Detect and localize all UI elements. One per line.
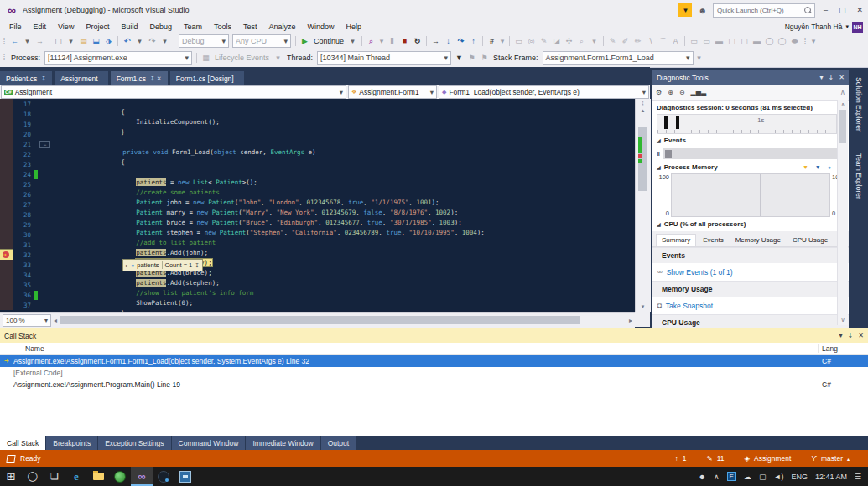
visual-studio-icon[interactable]: ∞ (138, 471, 145, 482)
tray-expand-icon[interactable]: ∧ (714, 473, 720, 481)
breakpoint-margin[interactable] (0, 129, 13, 139)
edge-icon[interactable]: e (74, 471, 79, 482)
pending-edits-count[interactable]: 11 (717, 454, 725, 463)
breakpoint-margin[interactable] (0, 250, 13, 260)
pending-edits-icon[interactable]: ✎ (707, 454, 713, 463)
zoom-out-icon[interactable]: ⊖ (679, 89, 685, 96)
menu-item[interactable]: Edit (28, 21, 53, 33)
start-button[interactable]: ⊞ (7, 471, 16, 482)
show-next-statement-icon[interactable]: → (430, 35, 441, 47)
side-tab[interactable]: Team Explorer (855, 147, 863, 206)
tab-pin-close-icons[interactable]: ↧ (41, 75, 46, 82)
scrollbar-thumb[interactable] (839, 110, 846, 143)
zoom-tool-icon[interactable]: ⌕ (576, 35, 587, 47)
breakpoint-margin[interactable] (0, 199, 13, 209)
attach-to-process-icon[interactable]: ⌕ (366, 35, 377, 47)
breakpoint-margin[interactable] (0, 300, 13, 310)
pin-icon[interactable]: ↧ (848, 332, 854, 339)
chart-icon[interactable]: ▂▅▃ (691, 89, 706, 96)
push-count[interactable]: 1 (683, 454, 687, 463)
rectangle-tool-icon[interactable]: ▭ (701, 35, 712, 47)
process-memory-section-header[interactable]: ◢ Process Memory ▼▼● (652, 161, 849, 173)
hscrollbar-thumb[interactable] (60, 316, 580, 324)
breakpoint-margin[interactable] (0, 139, 13, 149)
taskbar-slot[interactable]: ⊞ (0, 467, 22, 486)
toolbar-grip[interactable]: ⁞ (802, 35, 808, 47)
stop-debugging-icon[interactable]: ■ (399, 35, 410, 47)
editor-zoom-dropdown[interactable]: 100 % (3, 314, 51, 327)
navigate-back-icon[interactable]: ← (9, 35, 20, 47)
document-tab[interactable]: Form1.cs [Design] (170, 71, 244, 85)
filled-rounded-rectangle-tool-icon[interactable]: ▬ (751, 35, 762, 47)
pin-icon[interactable]: ↧ (829, 74, 834, 81)
step-out-icon[interactable]: ↑ (468, 35, 479, 47)
menu-item[interactable]: File (3, 21, 28, 33)
breakpoint-margin[interactable] (0, 230, 13, 240)
breakpoint-margin[interactable] (0, 119, 13, 129)
file-explorer-icon[interactable] (93, 473, 104, 480)
diagnostics-tab[interactable]: Events (698, 235, 728, 246)
task-view-icon[interactable]: ❏ (50, 472, 59, 481)
network-icon[interactable]: ▢ (759, 473, 767, 481)
green-app-icon[interactable] (114, 471, 126, 483)
toolbar-separator[interactable] (482, 36, 483, 46)
summary-row[interactable]: Events (652, 247, 849, 263)
tool-window-tab[interactable]: Output (321, 436, 356, 450)
expander-icon[interactable]: ▸ (126, 262, 128, 268)
menu-item[interactable]: Project (80, 21, 115, 33)
member-dropdown[interactable]: ◆ Form1_Load(object sender, EventArgs e) (439, 85, 649, 99)
cortana-icon[interactable]: ◯ (28, 472, 38, 481)
breakpoint-margin[interactable] (0, 240, 13, 250)
call-stack-frame-row[interactable]: [External Code] (0, 367, 868, 379)
navigate-forward-icon[interactable]: → (34, 35, 45, 47)
scroll-up-arrow[interactable]: ▴ (637, 107, 648, 114)
window-position-icon[interactable]: ▾ (820, 74, 824, 81)
call-stack-header[interactable]: Call Stack ▾↧✕ (0, 328, 868, 343)
user-account[interactable]: Nguyễn Thanh Hà ▾ NH (785, 22, 863, 33)
breakpoint-margin[interactable] (0, 260, 13, 270)
repository-icon[interactable]: ◈ (744, 454, 750, 463)
volume-icon[interactable]: ◄) (773, 473, 783, 481)
breakpoint-margin[interactable] (0, 159, 13, 169)
gear-icon[interactable]: ⚙ (656, 89, 662, 96)
toolbar-overflow-icon[interactable]: ▾ (499, 35, 506, 47)
breakpoint-margin[interactable] (0, 270, 13, 280)
flag-icon[interactable]: ⚑ (466, 52, 477, 64)
clock[interactable]: 12:41 AM (815, 473, 847, 481)
undo-dropdown-icon[interactable]: ▾ (134, 35, 145, 47)
line-tool-icon[interactable]: ∖ (645, 35, 656, 47)
diagnostics-tab[interactable]: CPU Usage (787, 235, 833, 246)
filter-threads-icon[interactable]: ▼ (454, 52, 465, 64)
diagnostics-tab[interactable]: Summary (656, 234, 696, 246)
breakpoint-margin[interactable] (0, 189, 13, 199)
open-file-icon[interactable]: ▤ (78, 35, 89, 47)
scroll-right-arrow[interactable]: ▸ (626, 317, 635, 324)
taskbar-slot[interactable] (153, 467, 174, 486)
taskbar-slot[interactable]: e (65, 467, 87, 486)
toolbar-more-icon[interactable]: ▾ (696, 52, 703, 64)
stack-frame-label[interactable]: Stack Frame: (491, 52, 540, 64)
pan-tool-icon[interactable]: ✣ (564, 35, 574, 47)
rectangle-tool-icon[interactable]: ▭ (689, 35, 699, 47)
new-file-icon[interactable]: ▢ (53, 35, 64, 47)
feedback-person-icon[interactable]: ☻ (698, 6, 707, 15)
name-column-header[interactable]: Name (0, 344, 818, 353)
people-icon[interactable]: ☻ (699, 473, 706, 481)
event-block[interactable] (665, 150, 672, 158)
process-label[interactable]: Process: (9, 52, 42, 64)
toolbar-separator[interactable] (684, 36, 685, 46)
memory-plot-area[interactable] (671, 173, 830, 217)
toolbar-separator[interactable] (426, 36, 427, 46)
scroll-down-arrow[interactable]: ▾ (637, 303, 648, 310)
breakpoint-margin[interactable] (0, 209, 13, 220)
diagnostics-scrollbar[interactable]: ∧ ∨ (837, 100, 848, 325)
eyedropper-icon[interactable]: ✎ (538, 35, 549, 47)
save-icon[interactable]: ⬓ (91, 35, 101, 47)
diagnostic-tools-header[interactable]: Diagnostic Tools ▾↧✕ (652, 70, 849, 85)
branch-icon[interactable]: Ƴ (811, 454, 817, 463)
airbrush-tool-icon[interactable]: ✏ (632, 35, 643, 47)
events-track[interactable] (663, 148, 837, 159)
quick-launch-input[interactable]: Quick Launch (Ctrl+Q) (713, 3, 815, 18)
restore-button[interactable]: ▢ (839, 6, 846, 14)
toolbar-separator[interactable] (117, 36, 118, 46)
